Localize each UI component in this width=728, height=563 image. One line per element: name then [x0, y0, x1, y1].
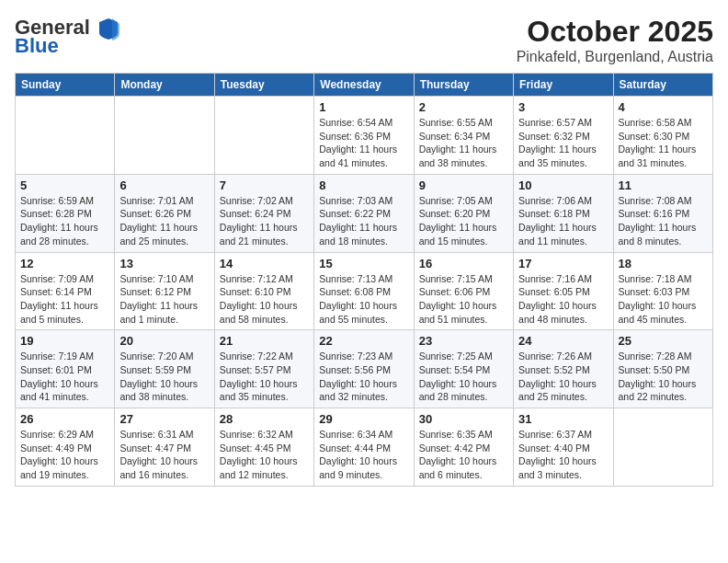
- calendar-cell: 7Sunrise: 7:02 AM Sunset: 6:24 PM Daylig…: [214, 174, 313, 252]
- calendar-cell: 3Sunrise: 6:57 AM Sunset: 6:32 PM Daylig…: [514, 97, 613, 175]
- calendar-cell: 2Sunrise: 6:55 AM Sunset: 6:34 PM Daylig…: [414, 97, 513, 175]
- day-info: Sunrise: 7:15 AM Sunset: 6:06 PM Dayligh…: [419, 272, 508, 327]
- logo-icon: [96, 15, 121, 40]
- day-number: 21: [220, 334, 309, 348]
- day-number: 15: [319, 257, 408, 270]
- day-info: Sunrise: 7:05 AM Sunset: 6:20 PM Dayligh…: [419, 194, 508, 248]
- day-number: 25: [619, 334, 708, 348]
- day-number: 22: [319, 334, 408, 348]
- day-number: 10: [518, 178, 608, 192]
- day-info: Sunrise: 6:34 AM Sunset: 4:44 PM Dayligh…: [319, 428, 408, 482]
- calendar-week-row: 26Sunrise: 6:29 AM Sunset: 4:49 PM Dayli…: [16, 408, 713, 487]
- day-number: 7: [220, 178, 309, 192]
- calendar-cell: 9Sunrise: 7:05 AM Sunset: 6:20 PM Daylig…: [414, 174, 513, 252]
- location-title: Pinkafeld, Burgenland, Austria: [517, 49, 713, 65]
- weekday-header-cell: Thursday: [414, 74, 513, 97]
- day-info: Sunrise: 6:29 AM Sunset: 4:49 PM Dayligh…: [20, 428, 109, 482]
- day-info: Sunrise: 7:22 AM Sunset: 5:57 PM Dayligh…: [220, 350, 309, 404]
- day-info: Sunrise: 7:03 AM Sunset: 6:22 PM Dayligh…: [319, 194, 408, 248]
- calendar-cell: 6Sunrise: 7:01 AM Sunset: 6:26 PM Daylig…: [115, 174, 214, 252]
- month-title: October 2025: [517, 15, 713, 49]
- calendar-cell: 12Sunrise: 7:09 AM Sunset: 6:14 PM Dayli…: [16, 252, 115, 330]
- day-info: Sunrise: 7:02 AM Sunset: 6:24 PM Dayligh…: [220, 194, 309, 248]
- day-number: 20: [119, 334, 209, 348]
- calendar-week-row: 5Sunrise: 6:59 AM Sunset: 6:28 PM Daylig…: [16, 174, 713, 252]
- day-number: 9: [419, 178, 508, 192]
- calendar-cell: 30Sunrise: 6:35 AM Sunset: 4:42 PM Dayli…: [414, 408, 513, 487]
- calendar-cell: 18Sunrise: 7:18 AM Sunset: 6:03 PM Dayli…: [613, 252, 712, 330]
- day-number: 19: [20, 334, 109, 348]
- weekday-header-cell: Saturday: [613, 74, 712, 97]
- day-info: Sunrise: 6:37 AM Sunset: 4:40 PM Dayligh…: [518, 428, 608, 482]
- calendar-cell: 27Sunrise: 6:31 AM Sunset: 4:47 PM Dayli…: [115, 408, 214, 487]
- day-info: Sunrise: 7:06 AM Sunset: 6:18 PM Dayligh…: [518, 194, 608, 248]
- calendar-cell: 13Sunrise: 7:10 AM Sunset: 6:12 PM Dayli…: [115, 252, 214, 330]
- day-number: 23: [419, 334, 508, 348]
- day-info: Sunrise: 7:09 AM Sunset: 6:14 PM Dayligh…: [20, 272, 109, 327]
- day-info: Sunrise: 7:20 AM Sunset: 5:59 PM Dayligh…: [119, 350, 209, 404]
- day-info: Sunrise: 7:18 AM Sunset: 6:03 PM Dayligh…: [619, 272, 708, 327]
- day-number: 1: [319, 100, 408, 114]
- day-info: Sunrise: 6:31 AM Sunset: 4:47 PM Dayligh…: [119, 428, 209, 482]
- day-number: 12: [20, 257, 109, 270]
- day-info: Sunrise: 7:01 AM Sunset: 6:26 PM Dayligh…: [119, 194, 209, 248]
- day-info: Sunrise: 7:10 AM Sunset: 6:12 PM Dayligh…: [119, 272, 209, 327]
- day-number: 31: [518, 412, 608, 426]
- weekday-header-cell: Sunday: [16, 74, 115, 97]
- calendar-cell: 22Sunrise: 7:23 AM Sunset: 5:56 PM Dayli…: [314, 330, 414, 408]
- day-number: 11: [619, 178, 708, 192]
- calendar-cell: 29Sunrise: 6:34 AM Sunset: 4:44 PM Dayli…: [314, 408, 414, 487]
- day-number: 17: [518, 257, 608, 270]
- calendar-cell: 25Sunrise: 7:28 AM Sunset: 5:50 PM Dayli…: [613, 330, 712, 408]
- day-number: 27: [119, 412, 209, 426]
- day-info: Sunrise: 7:26 AM Sunset: 5:52 PM Dayligh…: [518, 350, 608, 404]
- calendar-cell: 4Sunrise: 6:58 AM Sunset: 6:30 PM Daylig…: [613, 97, 712, 175]
- calendar-cell: 1Sunrise: 6:54 AM Sunset: 6:36 PM Daylig…: [314, 97, 414, 175]
- calendar-cell: 26Sunrise: 6:29 AM Sunset: 4:49 PM Dayli…: [16, 408, 115, 487]
- calendar-cell: [115, 97, 214, 175]
- calendar-week-row: 1Sunrise: 6:54 AM Sunset: 6:36 PM Daylig…: [16, 97, 713, 175]
- calendar-cell: 11Sunrise: 7:08 AM Sunset: 6:16 PM Dayli…: [613, 174, 712, 252]
- calendar-body: 1Sunrise: 6:54 AM Sunset: 6:36 PM Daylig…: [16, 97, 713, 487]
- page-header: General Blue October 2025 Pinkafeld, Bur…: [15, 15, 713, 65]
- weekday-header-row: SundayMondayTuesdayWednesdayThursdayFrid…: [16, 74, 713, 97]
- calendar-cell: 10Sunrise: 7:06 AM Sunset: 6:18 PM Dayli…: [514, 174, 613, 252]
- day-number: 26: [20, 412, 109, 426]
- calendar-cell: 16Sunrise: 7:15 AM Sunset: 6:06 PM Dayli…: [414, 252, 513, 330]
- day-number: 24: [518, 334, 608, 348]
- day-info: Sunrise: 6:54 AM Sunset: 6:36 PM Dayligh…: [319, 116, 408, 170]
- day-info: Sunrise: 6:32 AM Sunset: 4:45 PM Dayligh…: [220, 428, 309, 482]
- weekday-header-cell: Wednesday: [314, 74, 414, 97]
- calendar-week-row: 12Sunrise: 7:09 AM Sunset: 6:14 PM Dayli…: [16, 252, 713, 330]
- calendar-cell: 21Sunrise: 7:22 AM Sunset: 5:57 PM Dayli…: [214, 330, 313, 408]
- calendar-cell: 24Sunrise: 7:26 AM Sunset: 5:52 PM Dayli…: [514, 330, 613, 408]
- calendar-cell: 31Sunrise: 6:37 AM Sunset: 4:40 PM Dayli…: [514, 408, 613, 487]
- day-info: Sunrise: 6:58 AM Sunset: 6:30 PM Dayligh…: [619, 116, 708, 170]
- calendar-title-area: October 2025 Pinkafeld, Burgenland, Aust…: [517, 15, 713, 65]
- day-info: Sunrise: 6:35 AM Sunset: 4:42 PM Dayligh…: [419, 428, 508, 482]
- day-number: 3: [518, 100, 608, 114]
- calendar-cell: [214, 97, 313, 175]
- day-info: Sunrise: 7:19 AM Sunset: 6:01 PM Dayligh…: [20, 350, 109, 404]
- day-number: 5: [20, 178, 109, 192]
- calendar-cell: 8Sunrise: 7:03 AM Sunset: 6:22 PM Daylig…: [314, 174, 414, 252]
- day-number: 29: [319, 412, 408, 426]
- day-info: Sunrise: 6:55 AM Sunset: 6:34 PM Dayligh…: [419, 116, 508, 170]
- calendar-cell: 5Sunrise: 6:59 AM Sunset: 6:28 PM Daylig…: [16, 174, 115, 252]
- day-info: Sunrise: 7:25 AM Sunset: 5:54 PM Dayligh…: [419, 350, 508, 404]
- day-number: 28: [220, 412, 309, 426]
- day-info: Sunrise: 7:23 AM Sunset: 5:56 PM Dayligh…: [319, 350, 408, 404]
- day-number: 6: [119, 178, 209, 192]
- day-info: Sunrise: 7:13 AM Sunset: 6:08 PM Dayligh…: [319, 272, 408, 327]
- logo: General Blue: [15, 15, 121, 57]
- calendar-table: SundayMondayTuesdayWednesdayThursdayFrid…: [15, 73, 713, 487]
- weekday-header-cell: Friday: [514, 74, 613, 97]
- weekday-header-cell: Tuesday: [214, 74, 313, 97]
- day-number: 14: [220, 257, 309, 270]
- calendar-cell: 15Sunrise: 7:13 AM Sunset: 6:08 PM Dayli…: [314, 252, 414, 330]
- day-number: 13: [119, 257, 209, 270]
- day-number: 8: [319, 178, 408, 192]
- day-number: 4: [619, 100, 708, 114]
- calendar-cell: 17Sunrise: 7:16 AM Sunset: 6:05 PM Dayli…: [514, 252, 613, 330]
- calendar-cell: 19Sunrise: 7:19 AM Sunset: 6:01 PM Dayli…: [16, 330, 115, 408]
